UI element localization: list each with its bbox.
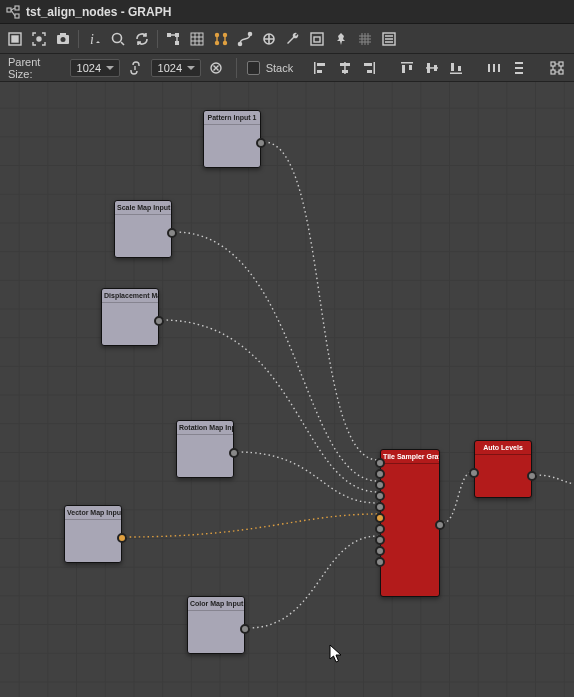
svg-rect-51 xyxy=(559,62,563,66)
input-port[interactable] xyxy=(375,469,385,479)
grid-snap-icon[interactable] xyxy=(186,28,208,50)
output-port[interactable] xyxy=(435,520,445,530)
input-port[interactable] xyxy=(469,468,479,478)
wrench-icon[interactable] xyxy=(282,28,304,50)
input-port[interactable] xyxy=(375,513,385,523)
svg-rect-39 xyxy=(427,63,430,73)
arrange-icon[interactable] xyxy=(547,58,566,78)
svg-rect-26 xyxy=(314,62,316,74)
curve-connection-icon[interactable] xyxy=(234,28,256,50)
highlight-connections-icon[interactable] xyxy=(210,28,232,50)
svg-rect-22 xyxy=(311,33,323,45)
svg-point-10 xyxy=(113,33,122,42)
node-color-map[interactable]: Color Map Input xyxy=(187,596,245,654)
output-port[interactable] xyxy=(229,448,239,458)
reset-size-icon[interactable] xyxy=(207,58,226,78)
second-toolbar: Parent Size: 1024 1024 Stack xyxy=(0,54,574,82)
output-port[interactable] xyxy=(167,228,177,238)
stack-checkbox[interactable] xyxy=(247,61,260,75)
tab-bar: tst_align_nodes - GRAPH xyxy=(0,0,574,24)
svg-rect-53 xyxy=(559,70,563,74)
input-port[interactable] xyxy=(375,491,385,501)
main-toolbar: i xyxy=(0,24,574,54)
node-displacement-map[interactable]: Displacement Map Input xyxy=(101,288,159,346)
expand-node-icon[interactable] xyxy=(258,28,280,50)
node-tile-sampler[interactable]: Tile Sampler Grayscale xyxy=(380,449,440,597)
align-center-h-icon[interactable] xyxy=(335,58,354,78)
graph-canvas[interactable]: Pattern Input 1 Scale Map Input Displace… xyxy=(0,82,574,697)
separator xyxy=(157,30,158,48)
svg-rect-50 xyxy=(551,62,555,66)
svg-rect-0 xyxy=(7,8,11,12)
svg-rect-14 xyxy=(191,33,203,45)
node-scale-map[interactable]: Scale Map Input xyxy=(114,200,172,258)
svg-rect-37 xyxy=(409,65,412,70)
window-title: tst_align_nodes - GRAPH xyxy=(26,5,171,19)
node-title: Vector Map Input xyxy=(65,506,121,520)
output-port[interactable] xyxy=(240,624,250,634)
svg-rect-44 xyxy=(488,64,490,72)
screenshot-icon[interactable] xyxy=(52,28,74,50)
svg-rect-31 xyxy=(342,70,348,73)
svg-rect-2 xyxy=(15,14,19,18)
link-sizes-icon[interactable] xyxy=(126,58,145,78)
list-icon[interactable] xyxy=(378,28,400,50)
svg-rect-12 xyxy=(175,33,179,37)
distribute-v-icon[interactable] xyxy=(509,58,528,78)
svg-point-8 xyxy=(61,37,66,42)
hierarchy-icon[interactable] xyxy=(162,28,184,50)
align-center-v-icon[interactable] xyxy=(422,58,441,78)
output-port[interactable] xyxy=(256,138,266,148)
node-title: Tile Sampler Grayscale xyxy=(381,450,439,464)
svg-rect-48 xyxy=(515,67,523,69)
separator xyxy=(78,30,79,48)
fit-view-icon[interactable] xyxy=(4,28,26,50)
svg-rect-34 xyxy=(367,70,372,73)
svg-point-20 xyxy=(249,32,252,35)
zoom-icon[interactable] xyxy=(107,28,129,50)
refresh-icon[interactable] xyxy=(131,28,153,50)
pin-icon[interactable] xyxy=(330,28,352,50)
parent-width-select[interactable]: 1024 xyxy=(70,59,120,77)
align-right-icon[interactable] xyxy=(360,58,379,78)
input-port[interactable] xyxy=(375,535,385,545)
fit-selection-icon[interactable] xyxy=(28,28,50,50)
parent-height-select[interactable]: 1024 xyxy=(151,59,201,77)
input-port[interactable] xyxy=(375,524,385,534)
info-icon[interactable]: i xyxy=(83,28,105,50)
node-title: Displacement Map Input xyxy=(102,289,158,303)
node-auto-levels[interactable]: Auto Levels xyxy=(474,440,532,498)
node-pattern-input[interactable]: Pattern Input 1 xyxy=(203,110,261,168)
node-rotation-map[interactable]: Rotation Map Input xyxy=(176,420,234,478)
svg-rect-42 xyxy=(451,63,454,71)
svg-rect-47 xyxy=(515,62,523,64)
output-port[interactable] xyxy=(154,316,164,326)
mouse-cursor xyxy=(329,644,345,666)
node-title: Rotation Map Input xyxy=(177,421,233,435)
node-title: Auto Levels xyxy=(475,441,531,455)
frame-icon[interactable] xyxy=(306,28,328,50)
output-port[interactable] xyxy=(117,533,127,543)
input-port[interactable] xyxy=(375,557,385,567)
align-left-icon[interactable] xyxy=(311,58,330,78)
svg-rect-32 xyxy=(374,62,376,74)
distribute-h-icon[interactable] xyxy=(485,58,504,78)
input-port[interactable] xyxy=(375,480,385,490)
svg-rect-36 xyxy=(402,65,405,73)
input-port[interactable] xyxy=(375,502,385,512)
align-top-icon[interactable] xyxy=(398,58,417,78)
input-port[interactable] xyxy=(375,546,385,556)
grid-toggle-icon[interactable] xyxy=(354,28,376,50)
svg-rect-13 xyxy=(175,41,179,45)
node-vector-map[interactable]: Vector Map Input xyxy=(64,505,122,563)
svg-rect-49 xyxy=(515,72,523,74)
input-port[interactable] xyxy=(375,458,385,468)
svg-rect-52 xyxy=(551,70,555,74)
svg-rect-33 xyxy=(364,63,372,66)
svg-rect-4 xyxy=(12,36,18,42)
graph-icon xyxy=(4,3,22,21)
svg-rect-46 xyxy=(498,64,500,72)
output-port[interactable] xyxy=(527,471,537,481)
svg-rect-43 xyxy=(458,66,461,71)
align-bottom-icon[interactable] xyxy=(447,58,466,78)
